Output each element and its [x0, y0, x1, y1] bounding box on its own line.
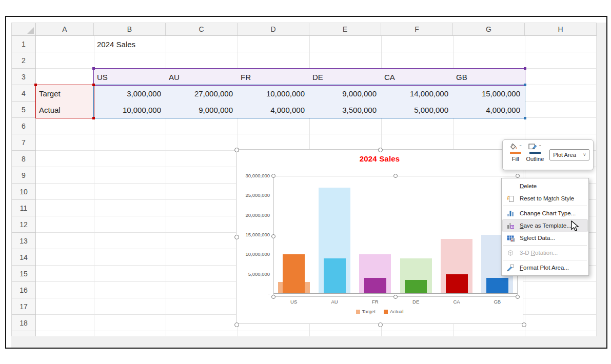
cell-e4[interactable]: 9,000,000	[309, 85, 381, 102]
row-header[interactable]: 4	[12, 85, 35, 102]
menu-item-delete[interactable]: Delete	[503, 180, 587, 192]
cell-e5[interactable]: 3,500,000	[309, 102, 381, 118]
chart-title[interactable]: 2024 Sales	[236, 154, 523, 163]
bar-actual-CA[interactable]	[446, 274, 468, 294]
bar-actual-AU[interactable]	[324, 258, 346, 294]
column-header[interactable]: D	[238, 23, 309, 35]
column-header[interactable]: G	[453, 23, 525, 35]
range-handle[interactable]	[92, 84, 95, 86]
row-header[interactable]: 8	[12, 151, 35, 167]
plot-area-handle[interactable]	[271, 295, 275, 299]
row-header[interactable]: 10	[12, 184, 35, 200]
x-axis-label-GB[interactable]: GB	[477, 299, 518, 305]
cell-d5[interactable]: 4,000,000	[238, 102, 309, 118]
chart-legend[interactable]: TargetActual	[236, 309, 523, 314]
menu-item-format-plot-area[interactable]: Format Plot Area...	[503, 261, 587, 274]
chart-resize-handle[interactable]	[234, 235, 239, 239]
row-header[interactable]: 16	[12, 282, 35, 298]
cell-g3[interactable]: GB	[453, 69, 525, 85]
row-header[interactable]: 1	[12, 36, 35, 52]
plot-area-handle[interactable]	[271, 174, 275, 178]
row-header[interactable]: 11	[12, 200, 35, 216]
plot-area-handle[interactable]	[393, 174, 398, 178]
row-header[interactable]: 14	[12, 249, 35, 266]
y-axis-tick-label[interactable]: 5,000,000	[238, 271, 270, 277]
row-header[interactable]: 9	[12, 167, 35, 184]
row-header[interactable]: 13	[12, 233, 35, 249]
x-axis-label-CA[interactable]: CA	[436, 299, 477, 305]
cell-g4[interactable]: 15,000,000	[453, 85, 525, 102]
cell-b5[interactable]: 10,000,000	[94, 102, 166, 118]
column-header[interactable]: C	[166, 23, 238, 35]
cell-f3[interactable]: CA	[381, 69, 453, 85]
cell-a5[interactable]: Actual	[36, 102, 94, 118]
x-axis-label-AU[interactable]: AU	[314, 299, 354, 305]
row-header[interactable]: 17	[12, 298, 35, 315]
outline-dropdown-chevron-icon[interactable]: ⌄	[538, 143, 542, 148]
column-header[interactable]: H	[525, 23, 597, 35]
legend-item-actual[interactable]: Actual	[384, 309, 403, 314]
row-header[interactable]: 19	[12, 331, 35, 336]
chart-resize-handle[interactable]	[378, 322, 383, 327]
row-header[interactable]: 3	[12, 69, 35, 85]
fill-button[interactable]: ⌄ Fill	[506, 143, 524, 162]
chart-area[interactable]: 2024 Sales 30,000,00025,000,00020,000,00…	[236, 149, 523, 324]
legend-item-target[interactable]: Target	[356, 309, 376, 314]
plot-area-handle[interactable]	[393, 295, 398, 299]
chart-resize-handle[interactable]	[234, 322, 239, 327]
range-handle[interactable]	[92, 67, 95, 70]
cell-b4[interactable]: 3,000,000	[94, 85, 166, 102]
row-header[interactable]: 12	[12, 216, 35, 233]
cell-b1[interactable]: 2024 Sales	[94, 36, 181, 52]
plot-area-handle[interactable]	[271, 234, 275, 238]
row-header[interactable]: 5	[12, 102, 35, 118]
menu-item-change-chart-type[interactable]: Change Chart Type...	[503, 207, 587, 219]
outline-button[interactable]: ⌄ Outline	[524, 143, 545, 162]
bar-actual-US[interactable]	[283, 254, 305, 294]
y-axis-tick-label[interactable]: 10,000,000	[238, 251, 270, 257]
row-header[interactable]: 7	[12, 134, 35, 151]
cell-c3[interactable]: AU	[166, 69, 238, 85]
chart-resize-handle[interactable]	[522, 322, 526, 327]
column-header[interactable]: B	[94, 23, 166, 35]
fill-dropdown-chevron-icon[interactable]: ⌄	[519, 143, 522, 148]
bar-actual-GB[interactable]	[486, 278, 508, 294]
column-header[interactable]: E	[309, 23, 381, 35]
x-axis-label-US[interactable]: US	[273, 299, 314, 305]
cell-f5[interactable]: 5,000,000	[381, 102, 453, 118]
y-axis-tick-label[interactable]: -	[238, 291, 270, 296]
bar-actual-FR[interactable]	[364, 278, 386, 294]
plot-area-handle[interactable]	[516, 295, 520, 299]
cell-c5[interactable]: 9,000,000	[166, 102, 238, 118]
menu-item-reset-to-match-style[interactable]: Reset to Match Style	[503, 192, 587, 205]
bar-actual-DE[interactable]	[405, 280, 427, 294]
cell-b3[interactable]: US	[94, 69, 166, 85]
chart-resize-handle[interactable]	[234, 148, 239, 152]
range-handle[interactable]	[524, 67, 526, 70]
cell-d3[interactable]: FR	[238, 69, 309, 85]
range-handle[interactable]	[524, 84, 526, 86]
range-handle[interactable]	[92, 117, 95, 119]
row-header[interactable]: 15	[12, 266, 35, 282]
y-axis-tick-label[interactable]: 15,000,000	[238, 232, 270, 237]
chart-element-selector[interactable]: Plot Area ˅	[549, 149, 589, 160]
x-axis-label-FR[interactable]: FR	[355, 299, 396, 305]
column-header[interactable]: A	[36, 23, 94, 35]
cell-c4[interactable]: 27,000,000	[166, 85, 238, 102]
select-all-button[interactable]	[11, 23, 36, 36]
y-axis-tick-label[interactable]: 30,000,000	[238, 173, 270, 178]
cell-f4[interactable]: 14,000,000	[381, 85, 453, 102]
y-axis-tick-label[interactable]: 25,000,000	[238, 192, 270, 198]
plot-area-handle[interactable]	[516, 174, 520, 178]
column-header[interactable]: F	[381, 23, 453, 35]
chart-resize-handle[interactable]	[378, 148, 383, 152]
cell-d4[interactable]: 10,000,000	[238, 85, 309, 102]
range-handle[interactable]	[524, 117, 526, 119]
range-handle[interactable]	[34, 84, 37, 86]
cell-g5[interactable]: 4,000,000	[453, 102, 525, 118]
cell-a4[interactable]: Target	[36, 85, 94, 102]
cell-e3[interactable]: DE	[309, 69, 381, 85]
y-axis-tick-label[interactable]: 20,000,000	[238, 212, 270, 218]
row-header[interactable]: 6	[12, 118, 35, 134]
row-header[interactable]: 2	[12, 52, 35, 69]
